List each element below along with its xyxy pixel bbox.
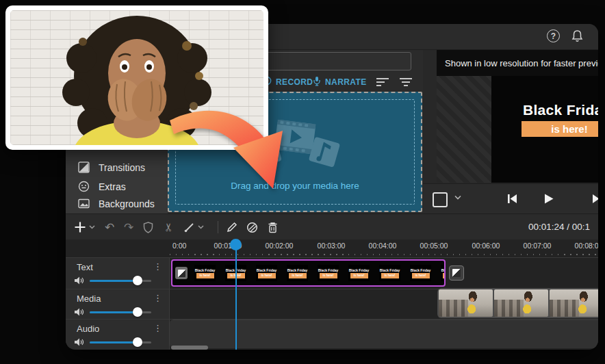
smiley-icon (78, 181, 90, 192)
record-button[interactable]: RECORD (262, 76, 313, 88)
horizontal-scrollbar[interactable] (171, 346, 208, 350)
track-menu-icon[interactable]: ⋮ (153, 293, 162, 303)
clip-thumbnail-icon (175, 267, 188, 279)
ruler-tick-label: 00:02:00 (266, 242, 294, 250)
eraser-ball-icon[interactable] (246, 221, 258, 233)
text-frame: Black Fridayis here! (348, 265, 370, 281)
skip-to-start-button[interactable] (506, 193, 519, 205)
ruler-tick-label: 00:03:00 (318, 242, 346, 250)
text-frame: Black Fridayis here! (287, 265, 308, 281)
ruler-tick-label: 00:08:00 (575, 242, 598, 250)
woman-figure (62, 16, 211, 145)
notification-bell-icon[interactable] (571, 29, 584, 43)
preview-stage: Black Friday is here! (437, 76, 598, 183)
preview-canvas[interactable]: Black Friday is here! (491, 76, 598, 183)
play-button[interactable] (543, 193, 556, 205)
video-thumbnail (439, 289, 493, 317)
ruler-tick-label: 00:07:00 (524, 242, 552, 250)
low-resolution-notice: Shown in low resolution for faster previ… (437, 50, 598, 76)
text-clip-frames: Black Fridayis here! Black Fridayis here… (194, 265, 446, 281)
ruler-ticks[interactable] (170, 254, 598, 255)
chevron-down-icon[interactable] (88, 221, 95, 233)
narrate-button[interactable]: NARRATE (313, 76, 367, 88)
ruler-tick-label: 00:06:00 (472, 242, 500, 250)
transition-badge-icon[interactable] (449, 265, 464, 281)
playhead-handle[interactable] (230, 239, 242, 250)
playback-bar (423, 183, 598, 214)
text-frame: Black Fridayis here! (379, 265, 400, 281)
playhead-line (235, 241, 237, 350)
video-thumbnail (550, 289, 598, 317)
trash-icon[interactable] (266, 221, 279, 233)
surprised-woman-photo (5, 5, 268, 150)
add-media-button[interactable] (74, 221, 86, 233)
toolbar-divider (218, 221, 218, 233)
scissors-icon[interactable]: ✂ (162, 221, 175, 233)
chevron-down-icon[interactable] (454, 194, 461, 201)
volume-icon[interactable] (74, 337, 84, 347)
undo-icon[interactable]: ↶ (103, 221, 116, 233)
track-menu-icon[interactable]: ⋮ (153, 261, 162, 272)
canvas-size-icon[interactable] (433, 192, 448, 207)
volume-slider[interactable] (90, 307, 151, 317)
slide-banner: is here! (522, 121, 598, 137)
sidebar-item-label: Transitions (99, 162, 145, 173)
text-frame: Black Fridayis here! (256, 265, 277, 281)
help-icon[interactable]: ? (547, 29, 560, 42)
track-name: Audio (77, 324, 99, 334)
volume-slider[interactable] (90, 337, 151, 347)
audio-track-clip[interactable] (170, 320, 598, 348)
track-header-audio: Audio ⋮ (66, 319, 170, 350)
track-name: Text (77, 262, 93, 272)
track-header-media: Media ⋮ (66, 289, 170, 319)
track-name: Media (77, 294, 101, 304)
transitions-icon (78, 161, 90, 173)
text-track-clip[interactable]: Black Fridayis here! Black Fridayis here… (171, 259, 446, 287)
microphone-icon (313, 76, 321, 88)
video-thumbnail (494, 289, 548, 317)
volume-icon[interactable] (74, 307, 84, 317)
ruler-tick-label: 00:04:00 (369, 242, 397, 250)
media-track-clip[interactable] (437, 288, 598, 318)
background-image-icon (78, 198, 90, 209)
text-frame: Black Fridayis here! (410, 265, 431, 281)
volume-icon[interactable] (74, 276, 84, 285)
redo-icon[interactable]: ↷ (123, 221, 135, 233)
track-header-text: Text ⋮ (66, 257, 170, 289)
chevron-down-icon[interactable] (197, 221, 204, 233)
preview-viewport: Shown in low resolution for faster previ… (437, 50, 598, 183)
skip-to-end-button[interactable] (591, 193, 598, 205)
track-menu-icon[interactable]: ⋮ (153, 323, 162, 333)
pencil-edit-icon[interactable] (226, 221, 238, 233)
edit-toolbar: ↶ ↷ ✂ 00:01:24 / 00:1 (66, 213, 598, 240)
line-tool-icon[interactable] (183, 221, 195, 233)
text-frame: Black Fridayis here! (318, 265, 339, 281)
sidebar-item-extras[interactable]: Extras (78, 181, 126, 192)
volume-slider-knob[interactable] (133, 276, 142, 285)
time-display: 00:01:24 / 00:1 (528, 222, 590, 232)
volume-slider[interactable] (90, 276, 151, 285)
sort-ascending-icon[interactable] (375, 77, 390, 88)
sidebar-item-label: Backgrounds (99, 198, 155, 209)
volume-slider-knob[interactable] (133, 307, 142, 317)
shield-icon[interactable] (142, 221, 154, 233)
filter-icon[interactable] (398, 77, 413, 88)
ruler-tick-label: 0:00 (172, 242, 186, 250)
sidebar-item-transitions[interactable]: Transitions (78, 161, 145, 173)
ruler-tick-label: 00:05:00 (420, 242, 448, 250)
photo-brick-background (10, 10, 263, 145)
page-background: ? Transitions Extras (0, 0, 605, 364)
sidebar-item-backgrounds[interactable]: Backgrounds (78, 198, 155, 209)
slide-title: Black Friday (523, 102, 598, 118)
text-frame: Black Fridayis here! (194, 265, 216, 281)
volume-slider-knob[interactable] (133, 337, 142, 347)
text-frame: Black Fridayis here! (441, 265, 446, 281)
sidebar-item-label: Extras (99, 181, 126, 192)
dropzone-label: Drag and drop your media here (169, 181, 421, 191)
